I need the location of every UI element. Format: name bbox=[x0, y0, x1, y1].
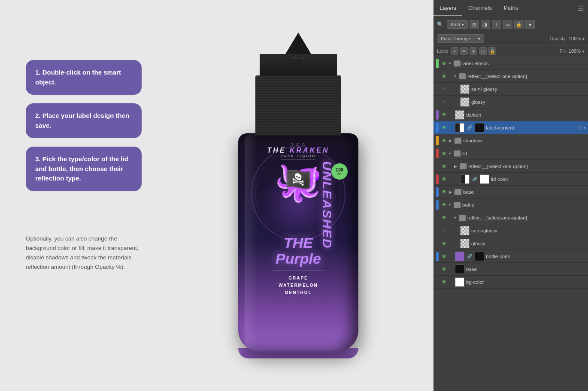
kind-select[interactable]: Kind ▾ bbox=[447, 20, 468, 29]
eye-shadows[interactable]: 👁 bbox=[440, 137, 448, 144]
layer-reflect-label[interactable]: 👁 ▾ reflect__[select-one-option] bbox=[433, 70, 588, 83]
lock-transparent-btn[interactable]: ▪ bbox=[451, 47, 458, 55]
step3-text: 3. Pick the type/color of the lid and bo… bbox=[35, 155, 128, 182]
layer-bottle-color[interactable]: 👁 🔗 bottle-color bbox=[433, 250, 588, 263]
adjustment-filter-btn[interactable]: ◑ bbox=[481, 20, 490, 29]
thumb-darken bbox=[455, 110, 464, 120]
product-name: THEPurple bbox=[238, 235, 358, 267]
optional-text: Optionally, you can also change the back… bbox=[26, 234, 142, 272]
layer-glossy-b[interactable]: 👁 glossy bbox=[433, 237, 588, 250]
text-filter-btn[interactable]: T bbox=[492, 20, 501, 29]
thumb-bg-color bbox=[455, 277, 464, 287]
layers-list: 👁 ▾ label-effects 👁 ▾ reflect__[select-o… bbox=[433, 57, 588, 391]
tab-layers[interactable]: Layers bbox=[433, 0, 462, 16]
eye-label-content[interactable]: 👁 bbox=[440, 124, 448, 132]
thumb-glossy bbox=[460, 97, 470, 107]
thumb-lid-color2 bbox=[480, 174, 489, 184]
layer-lid[interactable]: 👁 ▾ lid bbox=[433, 147, 588, 160]
bottle-body: ⬡ ⬡ ⬡ THE KRAKEN VAPE LIQUID 🐙 🏴‍☠️ UNLE… bbox=[238, 133, 358, 352]
tab-channels[interactable]: Channels bbox=[462, 0, 498, 16]
lock-position-btn[interactable]: ✛ bbox=[470, 47, 477, 55]
shape-filter-btn[interactable]: ▭ bbox=[503, 20, 512, 29]
layers-panel: Layers Channels Paths ☰ 🔍 Kind ▾ ▤ ◑ T ▭… bbox=[433, 0, 588, 391]
thumb-bottle-color2 bbox=[475, 252, 484, 261]
eye-base-bottle[interactable]: 👁 bbox=[440, 265, 448, 273]
layer-base-bottle[interactable]: 👁 base bbox=[433, 263, 588, 276]
eye-lid-color[interactable]: 👁 bbox=[440, 175, 448, 183]
thumb-semi-glossy bbox=[460, 84, 470, 94]
eye-base-lid[interactable]: 👁 bbox=[440, 188, 448, 196]
layer-semi-glossy-b[interactable]: 👁 semi-glossy bbox=[433, 224, 588, 237]
kind-row: 🔍 Kind ▾ ▤ ◑ T ▭ 🔒 ● bbox=[433, 17, 588, 32]
lock-row: Lock: ▪ ✏ ✛ ▭ 🔒 Fill: 100% ▾ bbox=[433, 45, 588, 57]
bottle-layer-name: bottle bbox=[462, 202, 585, 208]
eye-reflect-lid[interactable]: 👁 bbox=[440, 162, 448, 170]
eye-semi-glossy-b[interactable]: 👁 bbox=[440, 227, 448, 235]
thumb-semi-glossy-b bbox=[460, 226, 470, 235]
eye-bottle[interactable]: 👁 bbox=[440, 201, 448, 209]
eye-glossy[interactable]: 👁 bbox=[440, 98, 448, 106]
thumb-base-bottle bbox=[455, 265, 464, 274]
lock-all-btn[interactable]: 🔒 bbox=[488, 47, 496, 55]
fill-value: 100% bbox=[569, 48, 581, 54]
eye-darken[interactable]: 👁 bbox=[440, 111, 448, 119]
step1-box: 1. Double-click on the smart object. bbox=[26, 60, 142, 95]
link-icon-label-content: 🔗 bbox=[467, 125, 472, 130]
thumb-bottle-color bbox=[455, 252, 464, 261]
link-icon-bottle: 🔗 bbox=[467, 254, 472, 259]
eye-label-effects[interactable]: 👁 bbox=[440, 60, 448, 67]
bottle-container: OPEN ⬡ ⬡ ⬡ THE KRAKEN VAPE LIQUID bbox=[230, 33, 367, 358]
layer-semi-glossy[interactable]: 👁 semi-glossy bbox=[433, 83, 588, 96]
layer-label-effects[interactable]: 👁 ▾ label-effects bbox=[433, 57, 588, 70]
eye-lid[interactable]: 👁 bbox=[440, 150, 448, 157]
smart-filter-btn[interactable]: 🔒 bbox=[514, 20, 524, 29]
layer-bg-color[interactable]: 👁 bg-color bbox=[433, 276, 588, 289]
link-icon-lid: 🔗 bbox=[472, 177, 477, 181]
thumb-glossy-b bbox=[460, 239, 470, 248]
thumb-label-content2 bbox=[475, 123, 484, 132]
eye-semi-glossy[interactable]: 👁 bbox=[440, 85, 448, 93]
step3-box: 3. Pick the type/color of the lid and bo… bbox=[26, 147, 142, 191]
opacity-label: Opacity: bbox=[550, 36, 567, 41]
blend-mode-select[interactable]: Pass Through ▾ bbox=[437, 34, 484, 43]
layer-label-content[interactable]: 👁 🔗 label-content ◷ ▾ bbox=[433, 121, 588, 134]
tab-paths[interactable]: Paths bbox=[498, 0, 524, 16]
left-panel: 1. Double-click on the smart object. 2. … bbox=[0, 0, 163, 391]
opacity-value: 100% bbox=[569, 36, 581, 41]
layer-shadows[interactable]: 👁 ▶ shadows bbox=[433, 134, 588, 147]
layer-darken[interactable]: 👁 darken bbox=[433, 108, 588, 121]
eye-reflect-bottle[interactable]: 👁 bbox=[440, 214, 448, 222]
pixel-filter-btn[interactable]: ▤ bbox=[470, 20, 479, 29]
step1-text: 1. Double-click on the smart object. bbox=[35, 69, 121, 86]
lock-artboard-btn[interactable]: ▭ bbox=[479, 47, 487, 55]
pass-through-row: Pass Through ▾ Opacity: 100% ▾ bbox=[433, 32, 588, 45]
lock-pixels-btn[interactable]: ✏ bbox=[460, 47, 468, 55]
layer-reflect-lid[interactable]: 👁 ▶ reflect__[select-one-option] bbox=[433, 160, 588, 173]
layer-base-lid[interactable]: 👁 ▶ base bbox=[433, 186, 588, 199]
fill-label: Fill: bbox=[560, 48, 567, 54]
thumb-lid-color bbox=[460, 174, 470, 184]
lock-label: Lock: bbox=[437, 48, 448, 54]
panel-menu-icon[interactable]: ☰ bbox=[573, 0, 588, 17]
layers-header: Layers Channels Paths ☰ bbox=[433, 0, 588, 17]
flavor-list: GRAPEWATERMELONMENTHOL bbox=[238, 274, 358, 296]
blend-mode-value: Pass Through bbox=[441, 36, 470, 41]
layer-reflect-bottle[interactable]: 👁 ▾ reflect__[select-one-option] bbox=[433, 211, 588, 224]
brand-name: THE KRAKEN bbox=[238, 147, 358, 154]
eye-bg-color[interactable]: 👁 bbox=[440, 278, 448, 286]
eye-bottle-color[interactable]: 👁 bbox=[440, 253, 448, 260]
brand-sub: VAPE LIQUID bbox=[238, 154, 358, 158]
layer-lid-color[interactable]: 👁 🔗 lid-color bbox=[433, 173, 588, 186]
center-panel: OPEN ⬡ ⬡ ⬡ THE KRAKEN VAPE LIQUID bbox=[163, 0, 433, 391]
eye-reflect-label[interactable]: 👁 bbox=[440, 72, 448, 80]
layer-glossy[interactable]: 👁 glossy bbox=[433, 96, 588, 108]
thumb-label-content bbox=[455, 123, 464, 132]
step2-box: 2. Place your label design then save. bbox=[26, 103, 142, 138]
extra-filter-btn[interactable]: ● bbox=[525, 20, 535, 29]
eye-glossy-b[interactable]: 👁 bbox=[440, 240, 448, 247]
step2-text: 2. Place your label design then save. bbox=[35, 112, 129, 129]
layer-bottle[interactable]: 👁 ▾ bottle bbox=[433, 199, 588, 211]
